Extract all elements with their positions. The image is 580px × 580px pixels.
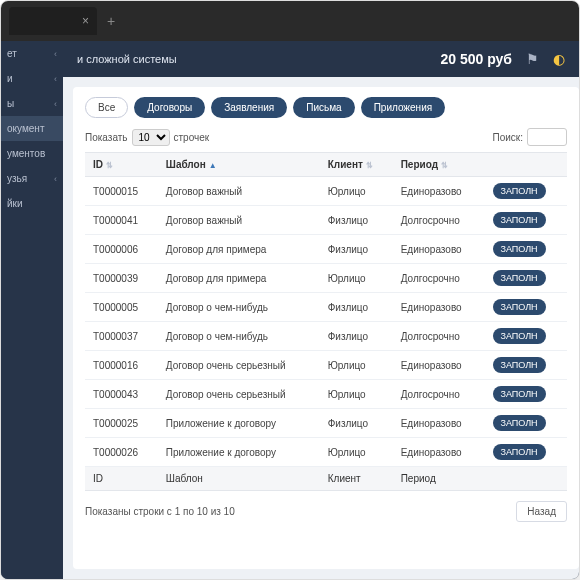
filter-chip-applications[interactable]: Заявления bbox=[211, 97, 287, 118]
page-length-select[interactable]: 10 bbox=[132, 129, 170, 146]
fill-button[interactable]: ЗАПОЛН bbox=[493, 183, 546, 199]
table-row: T0000006Договор для примераФизлицоЕдинор… bbox=[85, 235, 567, 264]
balance-amount: 20 500 руб bbox=[440, 51, 512, 67]
content-panel: Все Договоры Заявления Письма Приложения… bbox=[73, 87, 579, 569]
sort-icon: ⇅ bbox=[106, 161, 113, 170]
new-tab-button[interactable]: + bbox=[107, 13, 115, 29]
col-template[interactable]: Шаблон▲ bbox=[158, 153, 320, 177]
fill-button[interactable]: ЗАПОЛН bbox=[493, 444, 546, 460]
sort-icon: ⇅ bbox=[441, 161, 448, 170]
foot-client: Клиент bbox=[320, 467, 393, 491]
cell-period: Долгосрочно bbox=[393, 206, 485, 235]
cell-template: Приложение к договору bbox=[158, 438, 320, 467]
browser-tab-bar: × + bbox=[1, 1, 579, 41]
cell-id: T0000039 bbox=[85, 264, 158, 293]
cell-client: Физлицо bbox=[320, 293, 393, 322]
length-suffix: строчек bbox=[174, 132, 210, 143]
fill-button[interactable]: ЗАПОЛН bbox=[493, 241, 546, 257]
chevron-left-icon: ‹ bbox=[54, 174, 57, 184]
cell-period: Единоразово bbox=[393, 177, 485, 206]
table-row: T0000037Договор о чем-нибудьФизлицоДолго… bbox=[85, 322, 567, 351]
close-icon[interactable]: × bbox=[82, 14, 89, 28]
documents-table: ID⇅ Шаблон▲ Клиент⇅ Период⇅ T0000015Дого… bbox=[85, 152, 567, 491]
cell-template: Договор для примера bbox=[158, 235, 320, 264]
sidebar-item-label: ы bbox=[7, 98, 14, 109]
table-row: T0000026Приложение к договоруЮрлицоЕдино… bbox=[85, 438, 567, 467]
sidebar-item-label: йки bbox=[7, 198, 23, 209]
filter-chips: Все Договоры Заявления Письма Приложения bbox=[85, 97, 567, 118]
table-row: T0000041Договор важныйФизлицоДолгосрочно… bbox=[85, 206, 567, 235]
fill-button[interactable]: ЗАПОЛН bbox=[493, 212, 546, 228]
table-row: T0000039Договор для примераЮрлицоДолгоср… bbox=[85, 264, 567, 293]
cell-id: T0000037 bbox=[85, 322, 158, 351]
search-input[interactable] bbox=[527, 128, 567, 146]
topbar: и сложной системы 20 500 руб ⚑ ◐ bbox=[63, 41, 579, 77]
table-row: T0000015Договор важныйЮрлицоЕдиноразовоЗ… bbox=[85, 177, 567, 206]
browser-tab[interactable]: × bbox=[9, 7, 97, 35]
col-action bbox=[485, 153, 568, 177]
pager-info: Показаны строки с 1 по 10 из 10 bbox=[85, 506, 235, 517]
table-row: T0000005Договор о чем-нибудьФизлицоЕдино… bbox=[85, 293, 567, 322]
cell-client: Юрлицо bbox=[320, 264, 393, 293]
cell-template: Договор важный bbox=[158, 206, 320, 235]
cell-period: Единоразово bbox=[393, 293, 485, 322]
sidebar-item[interactable]: ы‹ bbox=[1, 91, 63, 116]
cell-period: Долгосрочно bbox=[393, 264, 485, 293]
cell-template: Договор очень серьезный bbox=[158, 351, 320, 380]
sidebar-item[interactable]: ументов bbox=[1, 141, 63, 166]
cell-id: T0000016 bbox=[85, 351, 158, 380]
sidebar-item[interactable]: ет‹ bbox=[1, 41, 63, 66]
cell-client: Юрлицо bbox=[320, 380, 393, 409]
foot-period: Период bbox=[393, 467, 485, 491]
fill-button[interactable]: ЗАПОЛН bbox=[493, 415, 546, 431]
table-row: T0000025Приложение к договоруФизлицоЕдин… bbox=[85, 409, 567, 438]
sidebar-item-label: ументов bbox=[7, 148, 45, 159]
cell-id: T0000041 bbox=[85, 206, 158, 235]
cell-period: Единоразово bbox=[393, 409, 485, 438]
fill-button[interactable]: ЗАПОЛН bbox=[493, 386, 546, 402]
cell-id: T0000043 bbox=[85, 380, 158, 409]
chevron-left-icon: ‹ bbox=[54, 99, 57, 109]
sidebar: ет‹ и‹ ы‹ окумент ументов узья‹ йки bbox=[1, 41, 63, 579]
cell-template: Договор важный bbox=[158, 177, 320, 206]
cell-id: T0000006 bbox=[85, 235, 158, 264]
filter-chip-letters[interactable]: Письма bbox=[293, 97, 354, 118]
col-client[interactable]: Клиент⇅ bbox=[320, 153, 393, 177]
filter-chip-contracts[interactable]: Договоры bbox=[134, 97, 205, 118]
filter-chip-all[interactable]: Все bbox=[85, 97, 128, 118]
cell-period: Долгосрочно bbox=[393, 380, 485, 409]
length-prefix: Показать bbox=[85, 132, 128, 143]
cell-template: Договор о чем-нибудь bbox=[158, 293, 320, 322]
filter-chip-attachments[interactable]: Приложения bbox=[361, 97, 446, 118]
sidebar-item-document[interactable]: окумент bbox=[1, 116, 63, 141]
sidebar-item[interactable]: узья‹ bbox=[1, 166, 63, 191]
search-label: Поиск: bbox=[493, 132, 524, 143]
fill-button[interactable]: ЗАПОЛН bbox=[493, 299, 546, 315]
sidebar-item-label: окумент bbox=[7, 123, 44, 134]
fill-button[interactable]: ЗАПОЛН bbox=[493, 270, 546, 286]
col-id[interactable]: ID⇅ bbox=[85, 153, 158, 177]
sidebar-item-label: и bbox=[7, 73, 13, 84]
cell-id: T0000026 bbox=[85, 438, 158, 467]
col-period[interactable]: Период⇅ bbox=[393, 153, 485, 177]
cell-client: Физлицо bbox=[320, 322, 393, 351]
bulb-icon[interactable]: ◐ bbox=[553, 51, 565, 67]
cell-template: Приложение к договору bbox=[158, 409, 320, 438]
brand-title: и сложной системы bbox=[77, 53, 426, 65]
cell-template: Договор очень серьезный bbox=[158, 380, 320, 409]
fill-button[interactable]: ЗАПОЛН bbox=[493, 328, 546, 344]
cell-id: T0000015 bbox=[85, 177, 158, 206]
table-row: T0000016Договор очень серьезныйЮрлицоЕди… bbox=[85, 351, 567, 380]
cell-template: Договор для примера bbox=[158, 264, 320, 293]
cell-id: T0000005 bbox=[85, 293, 158, 322]
cell-id: T0000025 bbox=[85, 409, 158, 438]
prev-button[interactable]: Назад bbox=[516, 501, 567, 522]
fill-button[interactable]: ЗАПОЛН bbox=[493, 357, 546, 373]
cell-client: Юрлицо bbox=[320, 351, 393, 380]
sidebar-item[interactable]: йки bbox=[1, 191, 63, 216]
sort-icon: ⇅ bbox=[366, 161, 373, 170]
sidebar-item[interactable]: и‹ bbox=[1, 66, 63, 91]
sidebar-item-label: ет bbox=[7, 48, 17, 59]
cell-period: Долгосрочно bbox=[393, 322, 485, 351]
flag-icon[interactable]: ⚑ bbox=[526, 51, 539, 67]
